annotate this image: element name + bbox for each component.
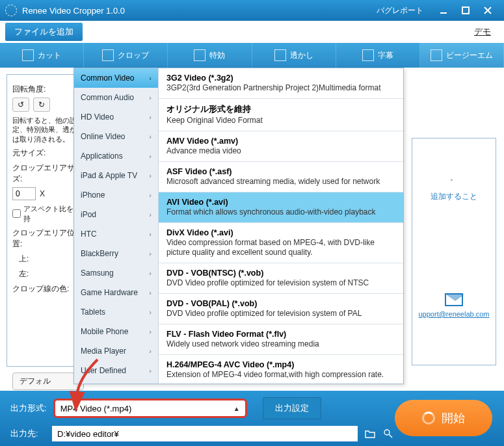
start-button[interactable]: 開始 bbox=[395, 400, 492, 436]
category-label: iPhone bbox=[81, 190, 105, 200]
category-item[interactable]: iPhone› bbox=[74, 185, 158, 205]
format-name: AVI Video (*.avi) bbox=[166, 198, 395, 207]
browse-folder-icon[interactable] bbox=[364, 428, 376, 439]
format-desc: Advance media video bbox=[166, 146, 395, 156]
output-format-combo[interactable]: MP4 Video (*.mp4) ▲ bbox=[53, 399, 247, 418]
aspect-lock-checkbox[interactable] bbox=[12, 209, 21, 218]
tab-0[interactable]: カット bbox=[0, 43, 84, 68]
category-item[interactable]: HTC› bbox=[74, 224, 158, 244]
format-name: オリジナル形式を維持 bbox=[166, 104, 395, 115]
tab-2[interactable]: 特効 bbox=[168, 43, 252, 68]
tab-label: クロップ bbox=[118, 50, 149, 61]
chevron-right-icon: › bbox=[149, 250, 152, 257]
output-path-input[interactable] bbox=[52, 426, 358, 441]
chevron-right-icon: › bbox=[149, 191, 152, 199]
tab-icon bbox=[194, 49, 206, 61]
category-item[interactable]: iPod› bbox=[74, 205, 158, 224]
format-desc: Extension of MPEG-4 video format,with hi… bbox=[166, 370, 395, 380]
category-item[interactable]: User Defined› bbox=[74, 361, 158, 380]
start-spinner-icon bbox=[422, 412, 435, 425]
crop-x-input[interactable] bbox=[12, 187, 36, 200]
category-label: HD Video bbox=[81, 112, 114, 122]
tab-5[interactable]: ビージーエム bbox=[420, 43, 504, 68]
chevron-right-icon: › bbox=[149, 367, 152, 374]
add-file-button[interactable]: ファイルを追加 bbox=[5, 23, 83, 41]
bugreport-link[interactable]: バグレポート bbox=[377, 5, 423, 16]
chevron-right-icon: › bbox=[149, 94, 152, 101]
format-desc: Microsoft advanced streaming media, wide… bbox=[166, 177, 395, 187]
category-item[interactable]: Applications› bbox=[74, 146, 158, 166]
chevron-right-icon: › bbox=[149, 74, 152, 82]
start-button-label: 開始 bbox=[442, 410, 465, 426]
maximize-button[interactable] bbox=[455, 3, 477, 18]
format-name: DivX Video (*.avi) bbox=[166, 228, 395, 237]
chevron-right-icon: › bbox=[149, 230, 152, 238]
category-label: Common Video bbox=[81, 73, 135, 83]
open-folder-icon[interactable] bbox=[382, 428, 394, 439]
format-desc: Format which allows synchronous audio-wi… bbox=[166, 207, 395, 217]
format-item[interactable]: H.264/MPEG-4 AVC Video (*.mp4)Extension … bbox=[159, 355, 403, 384]
category-label: Online Video bbox=[81, 132, 126, 141]
category-item[interactable]: HD Video› bbox=[74, 107, 158, 127]
tab-label: ビージーエム bbox=[446, 50, 493, 61]
category-label: Mobile Phone bbox=[81, 327, 128, 336]
category-label: HTC bbox=[81, 230, 97, 239]
format-name: 3G2 Video (*.3g2) bbox=[166, 73, 395, 83]
output-format-label: 出力形式: bbox=[10, 402, 47, 414]
format-desc: Video compression format based on MPEG-4… bbox=[166, 238, 395, 257]
tab-4[interactable]: 字幕 bbox=[336, 43, 420, 68]
format-item[interactable]: ASF Video (*.asf)Microsoft advanced stre… bbox=[159, 162, 403, 192]
format-item[interactable]: DVD - VOB(NTSC) (*.vob)DVD Video profile… bbox=[159, 263, 403, 294]
tab-label: カット bbox=[38, 50, 61, 61]
category-item[interactable]: iPad & Apple TV› bbox=[74, 166, 158, 185]
chevron-right-icon: › bbox=[149, 289, 152, 296]
format-item[interactable]: FLV - Flash Video Format (*.flv)Widely u… bbox=[159, 324, 403, 355]
category-item[interactable]: Game Hardware› bbox=[74, 283, 158, 302]
rotate-right-button[interactable]: ↻ bbox=[33, 98, 50, 112]
category-item[interactable]: BlackBerry› bbox=[74, 244, 158, 263]
demo-link[interactable]: デモ bbox=[474, 26, 491, 38]
category-item[interactable]: Media Player› bbox=[74, 341, 158, 361]
tab-icon bbox=[102, 49, 114, 61]
format-name: FLV - Flash Video Format (*.flv) bbox=[166, 330, 395, 339]
close-button[interactable] bbox=[477, 3, 499, 18]
tab-label: 字幕 bbox=[378, 50, 393, 61]
output-path-label: 出力先: bbox=[10, 428, 46, 439]
format-item[interactable]: DivX Video (*.avi)Video compression form… bbox=[159, 223, 403, 263]
output-settings-button[interactable]: 出力設定 bbox=[263, 397, 321, 419]
add-link[interactable]: 追加すること bbox=[420, 191, 488, 202]
mail-icon bbox=[445, 293, 463, 306]
chevron-right-icon: › bbox=[149, 308, 152, 316]
tab-label: 特効 bbox=[209, 50, 225, 61]
format-item[interactable]: AVI Video (*.avi)Format which allows syn… bbox=[159, 192, 403, 223]
category-item[interactable]: Online Video› bbox=[74, 127, 158, 146]
tab-icon bbox=[362, 49, 374, 61]
chevron-right-icon: › bbox=[149, 152, 152, 160]
chevron-right-icon: › bbox=[149, 328, 152, 335]
format-desc: Keep Original Video Format bbox=[166, 116, 395, 125]
chevron-right-icon: › bbox=[149, 269, 152, 277]
category-item[interactable]: Tablets› bbox=[74, 302, 158, 322]
category-item[interactable]: Samsung› bbox=[74, 263, 158, 283]
format-desc: Widely used network video streaming medi… bbox=[166, 339, 395, 349]
category-item[interactable]: Recent› bbox=[74, 380, 158, 384]
category-item[interactable]: Common Audio› bbox=[74, 88, 158, 107]
category-label: Common Audio bbox=[81, 93, 134, 102]
format-name: H.264/MPEG-4 AVC Video (*.mp4) bbox=[166, 360, 395, 369]
tab-label: 透かし bbox=[290, 50, 313, 61]
chevron-right-icon: › bbox=[149, 347, 152, 355]
category-item[interactable]: Mobile Phone› bbox=[74, 322, 158, 341]
minimize-button[interactable] bbox=[432, 3, 455, 18]
tab-3[interactable]: 透かし bbox=[252, 43, 336, 68]
svg-rect-1 bbox=[462, 7, 469, 14]
tab-1[interactable]: クロップ bbox=[84, 43, 168, 68]
format-item[interactable]: 3G2 Video (*.3g2)3GP2(3rd Generation Par… bbox=[159, 68, 403, 99]
format-item[interactable]: AMV Video (*.amv)Advance media video bbox=[159, 131, 403, 162]
category-item[interactable]: Common Video› bbox=[74, 68, 158, 88]
format-name: AMV Video (*.amv) bbox=[166, 137, 395, 146]
svg-point-4 bbox=[384, 430, 390, 435]
format-item[interactable]: DVD - VOB(PAL) (*.vob)DVD Video profile … bbox=[159, 294, 403, 324]
rotate-left-button[interactable]: ↺ bbox=[12, 98, 29, 112]
support-email-link[interactable]: upport@reneelab.com bbox=[419, 310, 490, 318]
format-item[interactable]: オリジナル形式を維持Keep Original Video Format bbox=[159, 99, 403, 131]
